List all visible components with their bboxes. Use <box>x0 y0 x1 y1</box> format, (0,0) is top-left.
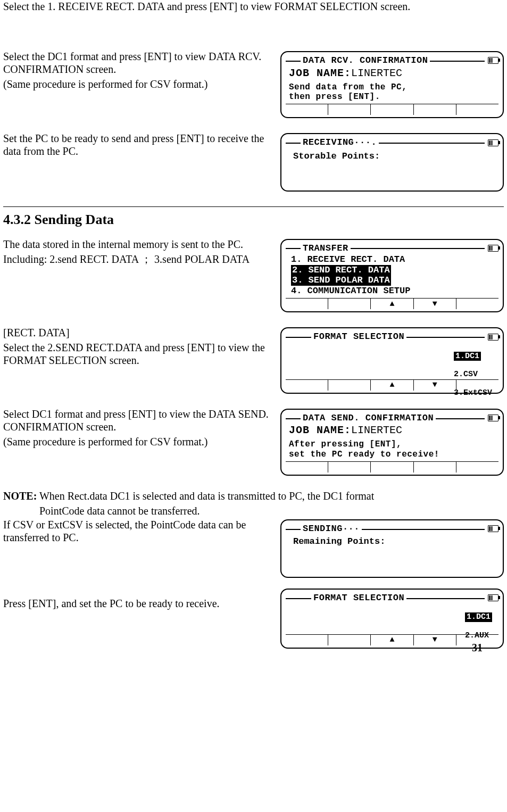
softkey[interactable] <box>286 104 328 115</box>
softkey[interactable] <box>456 104 498 115</box>
screen-receiving: RECEIVING···. Storable Points: <box>280 133 504 192</box>
screen-title: RECEIVING···. <box>303 137 377 148</box>
format-option-1[interactable]: 1.DC1 <box>465 612 492 622</box>
step4-line1: Select the 2.SEND RECT.DATA and press [E… <box>3 341 274 367</box>
screen-format-selection-1: FORMAT SELECTION 1.DC1 2.CSV 3.ExtCSV <box>280 327 504 394</box>
softkey[interactable] <box>286 380 328 391</box>
screen-transfer-menu: TRANSFER 1. RECEIVE RECT. DATA 2. SEND R… <box>280 239 504 313</box>
step1-line2: (Same procedure is performed for CSV for… <box>3 78 274 90</box>
screen-msg-1: After pressing [ENT], <box>289 440 497 449</box>
softkey[interactable] <box>456 462 498 473</box>
step5-line1: Select DC1 format and press [ENT] to vie… <box>3 408 274 433</box>
battery-icon <box>488 415 498 421</box>
softkey[interactable] <box>414 462 456 473</box>
softkey-bar <box>286 298 498 309</box>
section-divider <box>3 206 504 207</box>
job-value: LINERTEC <box>351 424 402 436</box>
softkey[interactable] <box>328 635 371 645</box>
battery-icon <box>488 334 498 341</box>
screen-msg-2: set the PC ready to receive! <box>289 450 497 459</box>
menu-item-4[interactable]: 4. COMMUNICATION SETUP <box>291 286 497 296</box>
softkey[interactable] <box>286 635 328 645</box>
note-lead: NOTE: <box>3 490 37 502</box>
job-label: JOB NAME: <box>289 67 351 79</box>
job-label: JOB NAME: <box>289 424 351 436</box>
step1-line1: Select the DC1 format and press [ENT] to… <box>3 50 274 76</box>
section-heading: 4.3.2 Sending Data <box>3 211 504 228</box>
screen-body: Storable Points: <box>289 151 497 162</box>
screen-data-rcv-confirmation: DATA RCV. CONFIRMATION JOB NAME:LINERTEC… <box>280 51 504 118</box>
softkey-bar <box>286 634 498 645</box>
softkey[interactable] <box>328 380 371 391</box>
softkey[interactable] <box>456 299 498 309</box>
screen-sending: SENDING··· Remaining Points: <box>280 519 504 578</box>
intro-paragraph: Select the 1. RECEIVE RECT. DATA and pre… <box>3 0 504 13</box>
softkey-up[interactable] <box>371 635 413 645</box>
menu-item-3[interactable]: 3. SEND POLAR DATA <box>291 275 391 286</box>
softkey-down[interactable] <box>414 635 456 645</box>
softkey[interactable] <box>328 462 371 473</box>
screen-body: Remaining Points: <box>289 536 497 547</box>
softkey[interactable] <box>286 462 328 473</box>
softkey-bar <box>286 104 498 115</box>
softkey[interactable] <box>328 299 371 309</box>
battery-icon <box>488 594 498 601</box>
battery-icon <box>488 57 498 64</box>
battery-icon <box>488 139 498 146</box>
note-line1b: PointCode data cannot be transferred. <box>3 504 504 517</box>
softkey[interactable] <box>371 104 413 115</box>
job-value: LINERTEC <box>351 67 402 79</box>
menu-item-2[interactable]: 2. SEND RECT. DATA <box>291 265 391 276</box>
screen-title: FORMAT SELECTION <box>313 593 404 603</box>
softkey[interactable] <box>456 380 498 391</box>
softkey[interactable] <box>286 299 328 309</box>
step6-line1: Press [ENT], and set the PC to be ready … <box>3 597 274 610</box>
screen-data-send-confirmation: DATA SEND. CONFIRMATION JOB NAME:LINERTE… <box>280 409 504 476</box>
softkey[interactable] <box>414 104 456 115</box>
screen-title: TRANSFER <box>303 243 348 254</box>
step2-line1: Set the PC to be ready to send and press… <box>3 132 274 158</box>
softkey-up[interactable] <box>371 299 413 309</box>
screen-title: SENDING··· <box>303 524 360 534</box>
battery-icon <box>488 525 498 532</box>
note-line1: When Rect.data DC1 is selected and data … <box>37 490 374 502</box>
screen-title: DATA SEND. CONFIRMATION <box>303 413 434 424</box>
softkey-up[interactable] <box>371 380 413 391</box>
softkey-bar <box>286 461 498 473</box>
note-line2: If CSV or ExtCSV is selected, the PointC… <box>3 518 274 544</box>
menu-item-1[interactable]: 1. RECEIVE RECT. DATA <box>291 254 497 265</box>
screen-msg-1: Send data from the PC, <box>289 82 497 92</box>
format-option-2[interactable]: 2.CSV <box>454 370 478 379</box>
screen-msg-2: then press [ENT]. <box>289 92 497 102</box>
screen-title: FORMAT SELECTION <box>313 332 404 342</box>
softkey[interactable] <box>371 462 413 473</box>
battery-icon <box>488 245 498 252</box>
format-option-1[interactable]: 1.DC1 <box>454 352 481 361</box>
step5-line2: (Same procedure is performed for CSV for… <box>3 435 274 448</box>
step4-heading: [RECT. DATA] <box>3 326 274 339</box>
softkey[interactable] <box>456 635 498 645</box>
screen-title: DATA RCV. CONFIRMATION <box>303 55 428 66</box>
softkey-down[interactable] <box>414 299 456 309</box>
screen-format-selection-2: FORMAT SELECTION 1.DC1 2.AUX <box>280 589 504 649</box>
softkey-down[interactable] <box>414 380 456 391</box>
step3-line1: The data stored in the internal memory i… <box>3 238 274 251</box>
softkey-bar <box>286 379 498 391</box>
softkey[interactable] <box>328 104 371 115</box>
step3-line2: Including: 2.send RECT. DATA ； 3.send PO… <box>3 253 274 266</box>
